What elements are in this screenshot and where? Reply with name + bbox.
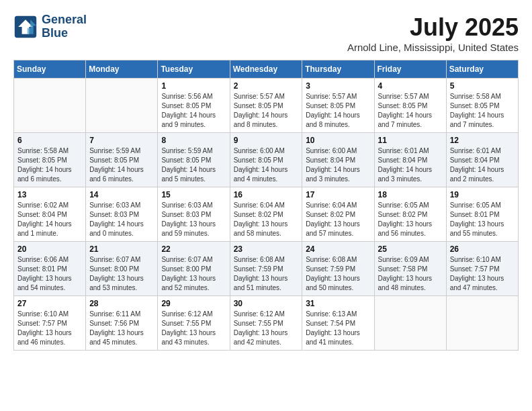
- calendar-week-row: 13Sunrise: 6:02 AM Sunset: 8:04 PM Dayli…: [14, 187, 519, 242]
- day-number: 24: [306, 244, 370, 254]
- day-number: 7: [89, 136, 154, 145]
- day-info: Sunrise: 6:01 AM Sunset: 8:04 PM Dayligh…: [450, 146, 515, 184]
- day-info: Sunrise: 5:58 AM Sunset: 8:05 PM Dayligh…: [17, 146, 82, 184]
- calendar-cell: 25Sunrise: 6:09 AM Sunset: 7:58 PM Dayli…: [374, 242, 446, 296]
- day-info: Sunrise: 6:08 AM Sunset: 7:59 PM Dayligh…: [234, 255, 299, 293]
- location: Arnold Line, Mississippi, United States: [347, 42, 519, 53]
- day-info: Sunrise: 6:00 AM Sunset: 8:04 PM Dayligh…: [306, 146, 370, 184]
- calendar-cell: 29Sunrise: 6:12 AM Sunset: 7:55 PM Dayli…: [158, 296, 230, 351]
- calendar-cell: 13Sunrise: 6:02 AM Sunset: 8:04 PM Dayli…: [14, 187, 86, 242]
- calendar-cell: 31Sunrise: 6:13 AM Sunset: 7:54 PM Dayli…: [302, 296, 374, 351]
- calendar-cell: 11Sunrise: 6:01 AM Sunset: 8:04 PM Dayli…: [374, 133, 446, 187]
- calendar-cell: 26Sunrise: 6:10 AM Sunset: 7:57 PM Dayli…: [446, 242, 518, 296]
- day-number: 2: [234, 81, 299, 91]
- logo-icon: [13, 15, 38, 39]
- day-number: 26: [450, 244, 515, 254]
- weekday-header: Wednesday: [230, 60, 302, 79]
- calendar-cell: 28Sunrise: 6:11 AM Sunset: 7:56 PM Dayli…: [86, 296, 158, 351]
- month-title: July 2025: [347, 13, 519, 42]
- calendar-cell: 21Sunrise: 6:07 AM Sunset: 8:00 PM Dayli…: [86, 242, 158, 296]
- day-number: 8: [161, 136, 226, 145]
- day-number: 10: [306, 136, 370, 145]
- day-info: Sunrise: 6:05 AM Sunset: 8:01 PM Dayligh…: [450, 201, 515, 238]
- day-number: 6: [17, 136, 82, 145]
- day-number: 22: [161, 244, 226, 254]
- day-info: Sunrise: 6:05 AM Sunset: 8:02 PM Dayligh…: [378, 201, 443, 238]
- weekday-header: Tuesday: [158, 60, 230, 79]
- day-info: Sunrise: 6:12 AM Sunset: 7:55 PM Dayligh…: [161, 310, 226, 347]
- logo-line2: Blue: [42, 27, 87, 40]
- calendar-header-row: SundayMondayTuesdayWednesdayThursdayFrid…: [14, 60, 519, 79]
- day-number: 23: [234, 244, 299, 254]
- weekday-header: Thursday: [302, 60, 374, 79]
- calendar-cell: 20Sunrise: 6:06 AM Sunset: 8:01 PM Dayli…: [14, 242, 86, 296]
- day-number: 20: [17, 244, 82, 254]
- day-number: 12: [450, 136, 515, 145]
- day-number: 11: [378, 136, 443, 145]
- logo-line1: General: [42, 13, 87, 27]
- day-number: 30: [234, 299, 299, 308]
- calendar-cell: 9Sunrise: 6:00 AM Sunset: 8:05 PM Daylig…: [230, 133, 302, 187]
- day-info: Sunrise: 5:57 AM Sunset: 8:05 PM Dayligh…: [306, 92, 370, 130]
- calendar-cell: 6Sunrise: 5:58 AM Sunset: 8:05 PM Daylig…: [14, 133, 86, 187]
- day-info: Sunrise: 6:00 AM Sunset: 8:05 PM Dayligh…: [234, 146, 299, 184]
- day-info: Sunrise: 6:03 AM Sunset: 8:03 PM Dayligh…: [89, 201, 154, 238]
- calendar-week-row: 20Sunrise: 6:06 AM Sunset: 8:01 PM Dayli…: [14, 242, 519, 296]
- day-info: Sunrise: 5:59 AM Sunset: 8:05 PM Dayligh…: [161, 146, 226, 184]
- calendar-cell: 12Sunrise: 6:01 AM Sunset: 8:04 PM Dayli…: [446, 133, 518, 187]
- calendar-cell: 18Sunrise: 6:05 AM Sunset: 8:02 PM Dayli…: [374, 187, 446, 242]
- weekday-header: Friday: [374, 60, 446, 79]
- title-area: July 2025 Arnold Line, Mississippi, Unit…: [347, 13, 519, 53]
- day-number: 27: [17, 299, 82, 308]
- day-info: Sunrise: 6:08 AM Sunset: 7:59 PM Dayligh…: [306, 255, 370, 293]
- day-number: 16: [234, 190, 299, 199]
- day-info: Sunrise: 6:03 AM Sunset: 8:03 PM Dayligh…: [161, 201, 226, 238]
- calendar-cell: 10Sunrise: 6:00 AM Sunset: 8:04 PM Dayli…: [302, 133, 374, 187]
- day-number: 18: [378, 190, 443, 199]
- day-info: Sunrise: 6:07 AM Sunset: 8:00 PM Dayligh…: [89, 255, 154, 293]
- day-info: Sunrise: 6:06 AM Sunset: 8:01 PM Dayligh…: [17, 255, 82, 293]
- day-info: Sunrise: 6:10 AM Sunset: 7:57 PM Dayligh…: [450, 255, 515, 293]
- calendar-cell: 30Sunrise: 6:12 AM Sunset: 7:55 PM Dayli…: [230, 296, 302, 351]
- calendar-cell: 24Sunrise: 6:08 AM Sunset: 7:59 PM Dayli…: [302, 242, 374, 296]
- day-info: Sunrise: 6:09 AM Sunset: 7:58 PM Dayligh…: [378, 255, 443, 293]
- day-number: 4: [378, 81, 443, 91]
- day-info: Sunrise: 6:13 AM Sunset: 7:54 PM Dayligh…: [306, 310, 370, 347]
- calendar-cell: [14, 79, 86, 133]
- day-number: 14: [89, 190, 154, 199]
- calendar-cell: 17Sunrise: 6:04 AM Sunset: 8:02 PM Dayli…: [302, 187, 374, 242]
- header: General Blue July 2025 Arnold Line, Miss…: [13, 13, 519, 53]
- calendar-cell: 1Sunrise: 5:56 AM Sunset: 8:05 PM Daylig…: [158, 79, 230, 133]
- day-info: Sunrise: 6:01 AM Sunset: 8:04 PM Dayligh…: [378, 146, 443, 184]
- calendar-cell: 2Sunrise: 5:57 AM Sunset: 8:05 PM Daylig…: [230, 79, 302, 133]
- calendar-cell: 8Sunrise: 5:59 AM Sunset: 8:05 PM Daylig…: [158, 133, 230, 187]
- day-info: Sunrise: 5:58 AM Sunset: 8:05 PM Dayligh…: [450, 92, 515, 130]
- day-info: Sunrise: 6:04 AM Sunset: 8:02 PM Dayligh…: [234, 201, 299, 238]
- day-info: Sunrise: 6:07 AM Sunset: 8:00 PM Dayligh…: [161, 255, 226, 293]
- calendar-cell: [86, 79, 158, 133]
- logo: General Blue: [13, 13, 87, 40]
- calendar: SundayMondayTuesdayWednesdayThursdayFrid…: [13, 60, 519, 351]
- day-number: 9: [234, 136, 299, 145]
- day-number: 25: [378, 244, 443, 254]
- calendar-cell: 14Sunrise: 6:03 AM Sunset: 8:03 PM Dayli…: [86, 187, 158, 242]
- calendar-cell: 5Sunrise: 5:58 AM Sunset: 8:05 PM Daylig…: [446, 79, 518, 133]
- day-info: Sunrise: 5:59 AM Sunset: 8:05 PM Dayligh…: [89, 146, 154, 184]
- day-info: Sunrise: 6:11 AM Sunset: 7:56 PM Dayligh…: [89, 310, 154, 347]
- calendar-cell: 22Sunrise: 6:07 AM Sunset: 8:00 PM Dayli…: [158, 242, 230, 296]
- day-info: Sunrise: 6:04 AM Sunset: 8:02 PM Dayligh…: [306, 201, 370, 238]
- day-number: 15: [161, 190, 226, 199]
- calendar-cell: 4Sunrise: 5:57 AM Sunset: 8:05 PM Daylig…: [374, 79, 446, 133]
- weekday-header: Sunday: [14, 60, 86, 79]
- calendar-week-row: 6Sunrise: 5:58 AM Sunset: 8:05 PM Daylig…: [14, 133, 519, 187]
- day-number: 13: [17, 190, 82, 199]
- calendar-cell: [446, 296, 518, 351]
- weekday-header: Saturday: [446, 60, 518, 79]
- calendar-cell: 3Sunrise: 5:57 AM Sunset: 8:05 PM Daylig…: [302, 79, 374, 133]
- calendar-cell: 15Sunrise: 6:03 AM Sunset: 8:03 PM Dayli…: [158, 187, 230, 242]
- calendar-cell: [374, 296, 446, 351]
- day-info: Sunrise: 5:57 AM Sunset: 8:05 PM Dayligh…: [234, 92, 299, 130]
- day-number: 19: [450, 190, 515, 199]
- day-number: 1: [161, 81, 226, 91]
- day-number: 29: [161, 299, 226, 308]
